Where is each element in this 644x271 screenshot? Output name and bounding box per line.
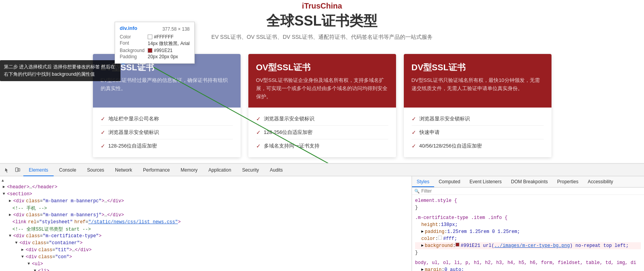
dom-line-comment-mobile[interactable]: <!-- 手机 --> [0, 205, 412, 212]
ev-feature-1: ✓ 地址栏中显示公司名称 [101, 112, 233, 126]
css-prop-height: height : 138px; [415, 221, 641, 228]
css-selector-info: .m-certificate-type .item .info { [415, 214, 641, 221]
margin-triangle[interactable]: ▶ [421, 267, 424, 271]
bg-image-link[interactable]: ../images/m-cer-type-bg.png [494, 243, 570, 249]
dom-line-con[interactable]: ▼ <div class="con" > [0, 254, 412, 261]
page-subtitle: EV SSL证书、OV SSL证书、DV SSL证书、通配符证书、代码签名证书等… [0, 34, 644, 41]
css-prop-background: ▶ background : #991E21 url( ../images/m-… [415, 242, 641, 249]
tooltip-color-value: #FFFFFF [148, 34, 174, 40]
dom-line-banner-sj[interactable]: ▶ <div class="m-banner m-bannersj" > … <… [0, 212, 412, 219]
color-swatch-red [148, 48, 152, 53]
dom-line-ul[interactable]: ▼ <ul> [0, 261, 412, 268]
dv-card-title: DV型SSL证书 [412, 62, 544, 73]
ssl-card-ov: OV型SSL证书 OV型SSL证书验证企业身份及域名所有权，支持多域名扩展，可实… [248, 54, 396, 157]
annotation-box: 第二步 进入选择模式后 选择你想要修改的标签 然后在右下角的代码行中找到 bac… [0, 60, 120, 81]
tooltip-font-value: 14px 微软雅黑, Arial [148, 40, 190, 47]
styles-tab-styles[interactable]: Styles [412, 176, 434, 187]
css-prop-padding: ▶ padding : 1.25rem 1.25rem 0 1.25rem; [415, 228, 641, 235]
css-rule-info: .m-certificate-type .item .info { height… [415, 214, 641, 256]
link-href[interactable]: "/static/news/css/list_news.css" [88, 219, 178, 225]
ev-feature-3: ✓ 128-256位自适应加密 [101, 139, 233, 153]
tab-network[interactable]: Network [110, 164, 138, 176]
dom-line-li[interactable]: ▼ <li> [0, 268, 412, 271]
ssl-card-dv: DV型SSL证书 DV型SSL证书只验证域名所有权，最快10分钟颁发，无需递交纸… [404, 54, 552, 157]
tab-application[interactable]: Application [203, 164, 237, 176]
styles-panel: Styles Computed Event Listeners DOM Brea… [412, 176, 644, 271]
tab-security[interactable]: Security [237, 164, 264, 176]
dom-line-comment-ssl[interactable]: <!-- 全球SSL证书类型 start --> [0, 226, 412, 233]
css-prop-color: color : #fff; [415, 235, 641, 242]
dom-scroll-indicator: ▲ [2, 179, 4, 183]
styles-tab-computed[interactable]: Computed [434, 176, 465, 187]
devtools-panel: Elements Console Sources Network Perform… [0, 163, 644, 271]
tab-console[interactable]: Console [54, 164, 82, 176]
dv-feature-2-text: 快速申请 [419, 129, 440, 136]
background-triangle[interactable]: ▶ [421, 243, 424, 249]
styles-content: element.style { } .m-certificate-type .i… [412, 195, 644, 271]
tooltip-bg-label: Background [120, 48, 148, 53]
ov-feature-2: ✓ 128-256位自适应加密 [256, 126, 388, 139]
dom-line-banner-pc[interactable]: ▶ <div class="m-banner m-bannerpc" > … <… [0, 198, 412, 205]
css-prop-margin: ▶ margin : 0 auto; [415, 266, 641, 271]
style-filter: 🔍 [412, 188, 644, 195]
devtools-tabs: Elements Console Sources Network Perform… [23, 164, 288, 176]
styles-tab-properties[interactable]: Properties [552, 176, 583, 187]
tooltip-padding-value: 20px 20px 0px [148, 54, 178, 59]
dom-line-tit[interactable]: ▶ <div class="tit" > … </div> [0, 247, 412, 254]
color-dot-red[interactable] [456, 243, 459, 247]
check-icon-4: ✓ [256, 116, 261, 122]
page-title: 全球SSL证书类型 [0, 12, 644, 31]
dom-line-container[interactable]: ▼ <div class="container" > [0, 240, 412, 247]
tooltip-box: div.info 377.58 × 138 Color #FFFFFF Font… [115, 22, 195, 64]
css-close-2: } [415, 249, 641, 256]
ov-card-body: ✓ 浏览器显示安全锁标识 ✓ 128-256位自适应加密 ✓ 多域名支持同一证书… [248, 108, 396, 157]
css-selector-body: body, ul, ol, li, p, h1, h2, h3, h4, h5,… [415, 259, 641, 266]
dv-card-desc: DV型SSL证书只验证域名所有权，最快10分钟颁发，无需递交纸质文件，无需人工验… [412, 76, 544, 93]
select-element-button[interactable] [3, 166, 12, 174]
ev-card-body: ✓ 地址栏中显示公司名称 ✓ 浏览器显示安全锁标识 ✓ 128-256位自适应加… [93, 108, 241, 157]
tooltip-element: div.info [120, 25, 137, 31]
ov-card-desc: OV型SSL证书验证企业身份及域名所有权，支持多域名扩展，可实现一个或多个站点经… [256, 76, 388, 101]
tooltip-bg-row: Background #991E21 [120, 48, 190, 53]
dv-feature-1-text: 浏览器显示安全锁标识 [419, 115, 470, 122]
tab-memory[interactable]: Memory [175, 164, 203, 176]
tab-audits[interactable]: Audits [264, 164, 288, 176]
dom-line-cert-type[interactable]: ▼ <div class="m-certificate-type" > [0, 233, 412, 240]
tooltip-font-row: Font 14px 微软雅黑, Arial [120, 40, 190, 47]
css-rule-element-style: element.style { } [415, 197, 641, 211]
styles-filter-input[interactable] [421, 188, 642, 194]
device-toolbar-button[interactable] [13, 166, 22, 174]
svg-rect-2 [16, 168, 18, 172]
check-icon-5: ✓ [256, 129, 261, 136]
ov-feature-3: ✓ 多域名支持同一证书支持 [256, 139, 388, 153]
ev-feature-2-text: 浏览器显示安全锁标识 [108, 129, 159, 136]
styles-tab-event-listeners[interactable]: Event Listeners [465, 176, 506, 187]
styles-tab-dom-breakpoints[interactable]: DOM Breakpoints [506, 176, 553, 187]
css-rule-body: body, ul, ol, li, p, h1, h2, h3, h4, h5,… [415, 259, 641, 271]
dom-panel[interactable]: ▲ ▶ <header> … </header> ▼ <section> ▶ <… [0, 176, 412, 271]
dom-line-section[interactable]: ▼ <section> [0, 191, 412, 198]
color-dot-white[interactable] [438, 236, 442, 240]
devtools-body: ▲ ▶ <header> … </header> ▼ <section> ▶ <… [0, 176, 644, 271]
tab-sources[interactable]: Sources [82, 164, 110, 176]
styles-tab-accessibility[interactable]: Accessibility [583, 176, 618, 187]
dom-line-header[interactable]: ▶ <header> … </header> [0, 184, 412, 191]
ev-feature-1-text: 地址栏中显示公司名称 [108, 115, 159, 122]
dom-line-link[interactable]: <link rel="stylesheet" href="/static/new… [0, 219, 412, 226]
dv-feature-3-text: 40/56/128/256位自适应加密 [419, 142, 482, 149]
css-close-1: } [415, 204, 641, 211]
check-icon-7: ✓ [412, 116, 416, 122]
tooltip-color-row: Color #FFFFFF [120, 34, 190, 40]
check-icon-9: ✓ [412, 143, 416, 149]
check-icon-8: ✓ [412, 129, 416, 136]
check-icon-6: ✓ [256, 143, 261, 149]
dv-feature-2: ✓ 快速申请 [412, 126, 544, 139]
ev-feature-2: ✓ 浏览器显示安全锁标识 [101, 126, 233, 139]
tooltip-bg-value: #991E21 [148, 48, 173, 53]
styles-tabs: Styles Computed Event Listeners DOM Brea… [412, 176, 644, 188]
tab-performance[interactable]: Performance [138, 164, 175, 176]
tab-elements[interactable]: Elements [23, 164, 54, 176]
ev-feature-3-text: 128-256位自适应加密 [108, 142, 157, 149]
ov-feature-2-text: 128-256位自适应加密 [264, 129, 313, 136]
padding-triangle[interactable]: ▶ [421, 229, 424, 235]
